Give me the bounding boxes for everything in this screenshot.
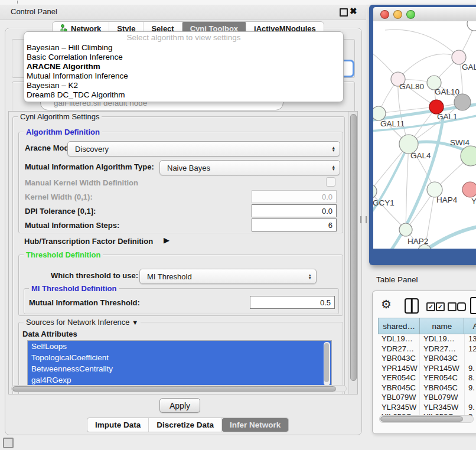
node-label: GAL1 [437, 112, 458, 121]
cell: YBR045C [378, 383, 420, 393]
which-threshold-label: Which threshold to use: [51, 271, 138, 280]
node-hap2[interactable] [399, 223, 412, 236]
list-scrollbar-track [324, 342, 330, 386]
node-label: GAL4 [410, 151, 431, 160]
data-attributes-label: Data Attributes [22, 330, 77, 338]
network-window-titlebar[interactable] [373, 7, 476, 22]
table-row[interactable]: YBR045C YBR045C 9. [378, 383, 476, 393]
tab-impute-data[interactable]: Impute Data [87, 418, 149, 432]
cell: YBR045C [420, 383, 465, 393]
which-threshold-combo[interactable]: MI Threshold ▲▼ [139, 269, 317, 284]
node-y-partial[interactable] [462, 182, 476, 197]
split-divider-grip[interactable] [360, 216, 367, 223]
node-unlabeled[interactable] [467, 21, 476, 31]
zoom-traffic-light[interactable] [406, 10, 415, 19]
algorithm-definition-title: Algorithm Definition [24, 128, 102, 136]
node-gal11[interactable] [373, 106, 386, 120]
tab-infer-network[interactable]: Infer Network [222, 418, 288, 432]
table-header-row: shared… name A [378, 318, 476, 334]
new-table-icon[interactable] [470, 297, 476, 314]
algorithm-option[interactable]: Dream8 DC_TDC Algorithm [24, 90, 343, 100]
dock-panel-icon[interactable] [3, 438, 14, 448]
deselect-all-checkbox-icon[interactable] [448, 302, 457, 311]
kernel-width-label: Kernel Width (0,1): [25, 193, 93, 201]
node-gray[interactable] [454, 94, 471, 110]
list-scrollbar-thumb[interactable] [324, 343, 329, 382]
mi-type-value: Naive Bayes [167, 164, 210, 172]
close-icon[interactable]: ✖ [350, 6, 357, 17]
deselect-all-checkbox-icon[interactable] [457, 302, 466, 311]
top-tick [17, 1, 18, 4]
algorithm-option[interactable]: Basic Correlation Inference [24, 53, 343, 62]
mi-type-label: Mutual Information Algorithm Type: [25, 162, 154, 171]
node-label: HAP4 [436, 195, 458, 204]
minimize-traffic-light[interactable] [393, 10, 402, 19]
mi-steps-field[interactable]: 6 [252, 219, 337, 231]
algorithm-option-selected[interactable]: ARACNE Algorithm [24, 62, 343, 71]
attribute-item[interactable]: gal4RGexp [28, 374, 331, 386]
mi-threshold-field[interactable]: 0.5 [250, 296, 335, 309]
cell: YBL079W [378, 393, 420, 403]
select-all-checkbox-icon[interactable]: ✓ [436, 302, 445, 311]
mi-type-combo[interactable]: Naive Bayes ▲▼ [159, 160, 340, 175]
which-threshold-value: MI Threshold [147, 272, 192, 281]
data-attributes-list: SelfLoops TopologicalCoefficient Between… [27, 340, 332, 388]
close-traffic-light[interactable] [380, 10, 389, 19]
dropdown-placeholder: Select algorithm to view settings [24, 32, 343, 43]
node-label: GAL11 [380, 119, 405, 128]
column-header[interactable]: name [420, 318, 464, 334]
table-hscroll-thumb[interactable] [380, 416, 463, 422]
cell: YER054C [378, 373, 420, 383]
column-header[interactable]: A [464, 318, 476, 334]
table-row[interactable]: YER054C YER054C 8. [378, 373, 476, 383]
cell: YPR145W [378, 364, 420, 374]
node-label: GAL10 [435, 87, 459, 96]
algorithm-dropdown-popup: Select algorithm to view settings Bayesi… [24, 31, 344, 102]
algorithm-option[interactable]: Bayesian – Hill Climbing [24, 43, 343, 53]
cell: YDR27… [378, 344, 420, 354]
float-window-icon[interactable] [340, 8, 348, 17]
node-label: HAP2 [407, 237, 428, 246]
select-all-checkbox-icon[interactable]: ✓ [426, 302, 435, 311]
cell [465, 393, 476, 403]
apply-button[interactable]: Apply [159, 398, 200, 413]
dpi-tolerance-label: DPI Tolerance [0,1]: [25, 207, 96, 216]
node-label: GAL [462, 63, 476, 71]
sources-groupbox: Sources for Network Inference ▼ Data Att… [18, 322, 343, 394]
cell: YBR043C [378, 354, 420, 364]
settings-scrollpane: Cyni Algorithm Settings Algorithm Defini… [8, 111, 358, 394]
table-row[interactable]: YDL19… YDL19… 13 [378, 334, 476, 344]
attribute-item[interactable]: SelfLoops [28, 341, 331, 352]
algorithm-option[interactable]: Bayesian – K2 [24, 81, 343, 90]
dpi-tolerance-field[interactable]: 0.0 [252, 204, 337, 217]
bottom-tabbar: Impute Data Discretize Data Infer Networ… [87, 418, 289, 432]
expand-right-icon[interactable]: ▶ [164, 236, 169, 244]
table-row[interactable]: YBL079W YBL079W [378, 393, 476, 403]
columns-icon[interactable] [405, 298, 419, 314]
attribute-item[interactable]: TopologicalCoefficient [28, 352, 331, 363]
cell: 9. [465, 383, 476, 393]
node-gcy1[interactable] [373, 184, 377, 198]
cell: YDL19… [420, 334, 465, 344]
attribute-item[interactable]: BetweennessCentrality [28, 363, 331, 374]
collapse-down-icon[interactable]: ▼ [132, 319, 138, 326]
network-canvas: GAL GAL80 GAL10 GAL1 GAL11 GAL4 SWI4 GCY… [373, 21, 476, 249]
sources-title-text: Sources for Network Inference [26, 318, 130, 327]
settings-hscroll-thumb[interactable] [12, 386, 336, 392]
column-header[interactable]: shared… [378, 318, 420, 334]
table-row[interactable]: YLR345W YLR345W 9. [378, 403, 476, 413]
table-row[interactable]: YPR145W YPR145W 9. [378, 364, 476, 374]
cell: YBR043C [420, 354, 465, 364]
combo-arrows-icon: ▲▼ [308, 273, 312, 279]
cell: YLR345W [420, 403, 465, 413]
gear-icon[interactable]: ⚙ [381, 297, 392, 311]
tab-discretize-data[interactable]: Discretize Data [149, 418, 222, 432]
network-nodes [373, 21, 476, 249]
algorithm-option[interactable]: Mutual Information Inference [24, 71, 343, 81]
aracne-mode-combo[interactable]: Discovery ▲▼ [67, 141, 340, 156]
table-row[interactable]: YDR27… YDR27… 12 [378, 344, 476, 354]
mi-threshold-label: Mutual Information Threshold: [29, 298, 140, 307]
network-window: GAL GAL80 GAL10 GAL1 GAL11 GAL4 SWI4 GCY… [369, 5, 476, 265]
settings-vscroll-thumb[interactable] [350, 114, 357, 381]
table-row[interactable]: YBR043C YBR043C [378, 354, 476, 364]
